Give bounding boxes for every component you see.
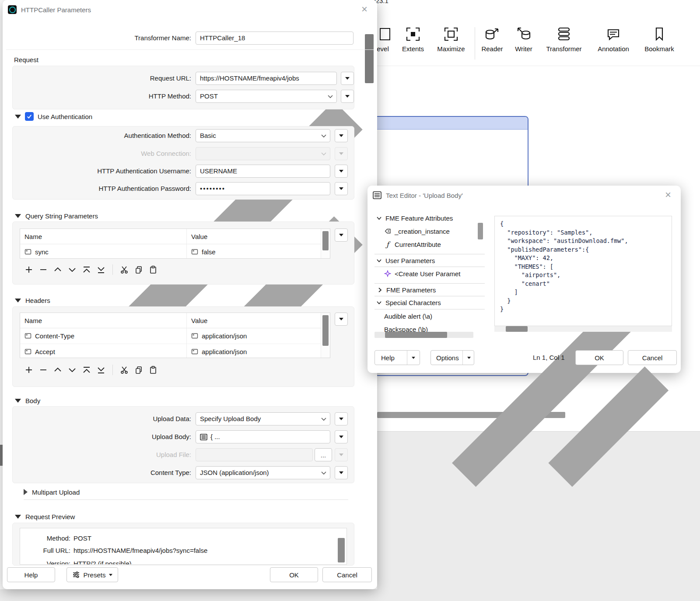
http-method-dropdown-button[interactable]: [341, 90, 354, 103]
toolbar-item-annotation[interactable]: Annotation: [592, 26, 635, 53]
query-params-section-header[interactable]: Query String Parameters: [15, 211, 98, 221]
table-vscrollbar-thumb[interactable]: [322, 231, 329, 250]
use-authentication-label: Use Authentication: [38, 113, 92, 120]
table-vscrollbar-thumb[interactable]: [322, 315, 329, 346]
use-authentication-checkbox[interactable]: [25, 112, 34, 121]
tree-group-user-parameters[interactable]: User Parameters: [374, 254, 485, 267]
tree-item-audible-alert[interactable]: Audible alert (\a): [374, 309, 485, 323]
cut-icon[interactable]: [119, 365, 129, 375]
preview-vscrollbar-thumb[interactable]: [338, 538, 345, 562]
table-row[interactable]: Content-Type application/json: [20, 328, 330, 344]
chevron-down-icon[interactable]: [376, 300, 382, 306]
collapse-triangle-icon[interactable]: [15, 115, 21, 119]
chevron-right-icon[interactable]: [377, 287, 383, 293]
toolbar-item-writer[interactable]: Writer: [502, 26, 546, 53]
remove-row-icon[interactable]: [38, 265, 48, 274]
transformer-name-label: Transformer Name:: [3, 32, 196, 45]
move-down-icon[interactable]: [67, 265, 77, 274]
upload-body-dropdown-button[interactable]: [335, 430, 348, 443]
request-url-dropdown-button[interactable]: [341, 72, 354, 85]
tree-hscrollbar[interactable]: [374, 332, 473, 338]
editor-help-button[interactable]: Help: [374, 350, 420, 365]
move-up-icon[interactable]: [53, 365, 63, 375]
tree-group-special-characters[interactable]: Special Characters: [374, 296, 485, 309]
toolbar-item-maximize[interactable]: Maximize: [429, 26, 473, 53]
close-icon[interactable]: ×: [662, 188, 675, 201]
cancel-button[interactable]: Cancel: [322, 567, 372, 582]
collapse-triangle-icon[interactable]: [15, 515, 21, 519]
move-to-bottom-icon[interactable]: [96, 365, 106, 375]
chevron-down-icon[interactable]: [376, 215, 382, 221]
move-to-top-icon[interactable]: [82, 365, 91, 375]
collapse-triangle-icon[interactable]: [15, 399, 21, 403]
table-vscrollbar[interactable]: [321, 229, 330, 258]
code-editor[interactable]: { "repository": "Samples", "workspace": …: [494, 216, 672, 326]
upload-data-select[interactable]: Specify Upload Body: [196, 412, 330, 425]
editor-ok-button[interactable]: OK: [575, 350, 623, 365]
dialog-vscrollbar-thumb[interactable]: [365, 34, 374, 83]
collapse-triangle-icon[interactable]: [15, 214, 21, 218]
body-section-header[interactable]: Body: [15, 396, 40, 405]
request-preview-header[interactable]: Request Preview: [15, 512, 75, 521]
transformer-name-input[interactable]: HTTPCaller_18: [196, 32, 354, 45]
editor-hscrollbar-thumb[interactable]: [506, 326, 528, 332]
auth-password-input[interactable]: ••••••••: [196, 182, 330, 195]
upload-body-field[interactable]: { ...: [196, 430, 330, 443]
headers-dropdown-button[interactable]: [335, 313, 348, 326]
tree-item-creation-instance[interactable]: _creation_instance: [374, 225, 485, 238]
add-row-icon[interactable]: [24, 265, 34, 274]
tree-vscrollbar-thumb[interactable]: [478, 223, 483, 239]
editor-cancel-button[interactable]: Cancel: [628, 350, 677, 365]
upload-data-dropdown-button[interactable]: [335, 412, 348, 425]
move-up-icon[interactable]: [53, 265, 63, 274]
preview-version-label: Version:: [20, 559, 70, 565]
multipart-upload-header[interactable]: Multipart Upload: [24, 487, 80, 497]
ok-button[interactable]: OK: [270, 567, 318, 582]
tree-group-fme-parameters[interactable]: FME Parameters: [374, 283, 485, 296]
text-editor-titlebar[interactable]: Text Editor - 'Upload Body': [368, 186, 681, 205]
httpcaller-titlebar[interactable]: HTTPCaller Parameters: [3, 0, 377, 19]
browse-button[interactable]: ...: [315, 448, 332, 461]
remove-row-icon[interactable]: [38, 365, 48, 375]
query-params-dropdown-button[interactable]: [335, 228, 348, 242]
presets-button[interactable]: Presets: [66, 567, 118, 582]
toolbar-item-bookmark[interactable]: Bookmark: [637, 26, 681, 53]
request-url-input[interactable]: https://HOSTNAME/fmeapiv4/jobs: [196, 72, 337, 85]
collapse-triangle-icon[interactable]: [15, 299, 21, 302]
table-vscrollbar[interactable]: [321, 313, 330, 358]
chevron-down-icon[interactable]: [376, 258, 382, 264]
request-preview-box[interactable]: Method: POST Full URL: https://HOSTNAME/…: [20, 528, 347, 565]
auth-username-dropdown-button[interactable]: [335, 165, 348, 178]
cut-icon[interactable]: [119, 265, 129, 274]
toolbar-item-extents[interactable]: Extents: [391, 26, 435, 53]
copy-icon[interactable]: [134, 265, 144, 274]
expand-triangle-icon[interactable]: [24, 489, 28, 495]
editor-options-button[interactable]: Options: [430, 350, 474, 365]
move-down-icon[interactable]: [67, 365, 77, 375]
toolbar-item-transformer[interactable]: Transformer: [542, 26, 586, 53]
copy-icon[interactable]: [134, 365, 144, 375]
canvas-bookmark-header[interactable]: [375, 117, 528, 130]
auth-username-input[interactable]: USERNAME: [196, 165, 330, 178]
move-to-top-icon[interactable]: [82, 265, 91, 274]
close-icon[interactable]: ×: [358, 3, 371, 16]
help-button[interactable]: Help: [7, 567, 55, 582]
editor-hscrollbar[interactable]: [494, 326, 672, 332]
content-type-dropdown-button[interactable]: [335, 466, 348, 479]
table-row[interactable]: sync false: [20, 244, 330, 259]
paste-icon[interactable]: [148, 265, 158, 274]
table-row[interactable]: Accept application/json: [20, 344, 330, 358]
headers-section-header[interactable]: Headers: [15, 295, 50, 305]
move-to-bottom-icon[interactable]: [96, 265, 106, 274]
auth-method-select[interactable]: Basic: [196, 129, 330, 142]
tree-group-fme-feature-attributes[interactable]: FME Feature Attributes: [374, 211, 485, 225]
paste-icon[interactable]: [148, 365, 158, 375]
tree-item-current-attribute[interactable]: ƒ CurrentAttribute: [374, 238, 485, 251]
content-type-select[interactable]: JSON (application/json): [196, 466, 330, 479]
tree-hscrollbar-thumb[interactable]: [385, 332, 447, 338]
tree-item-create-user-parameter[interactable]: <Create User Paramet: [374, 267, 485, 280]
add-row-icon[interactable]: [24, 365, 34, 375]
auth-password-dropdown-button[interactable]: [335, 182, 348, 195]
http-method-select[interactable]: POST: [196, 90, 337, 103]
auth-method-dropdown-button[interactable]: [335, 129, 348, 142]
